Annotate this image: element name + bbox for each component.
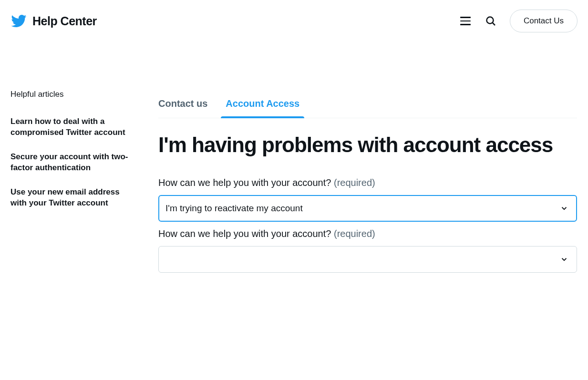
search-icon[interactable] xyxy=(485,15,496,27)
form-label-1: How can we help you with your account? (… xyxy=(158,177,577,188)
svg-line-1 xyxy=(493,23,495,25)
select-wrap-1 xyxy=(158,195,577,222)
site-title[interactable]: Help Center xyxy=(32,14,97,28)
tab-contact-us[interactable]: Contact us xyxy=(158,90,207,118)
header-right: Contact Us xyxy=(460,10,578,32)
tabs: Contact us Account Access xyxy=(158,90,577,118)
required-text: (required) xyxy=(334,177,375,188)
page-heading: I'm having problems with account access xyxy=(158,134,577,156)
sidebar: Helpful articles Learn how to deal with … xyxy=(10,90,136,279)
content: Helpful articles Learn how to deal with … xyxy=(0,42,588,279)
form-label-text: How can we help you with your account? xyxy=(158,177,331,188)
sidebar-link[interactable]: Learn how to deal with a compromised Twi… xyxy=(10,116,136,138)
contact-us-button[interactable]: Contact Us xyxy=(510,10,578,32)
help-select-1[interactable] xyxy=(158,195,577,222)
form-label-2: How can we help you with your account? (… xyxy=(158,228,577,239)
sidebar-link[interactable]: Secure your account with two-factor auth… xyxy=(10,152,136,174)
help-select-2[interactable] xyxy=(158,246,577,273)
svg-point-0 xyxy=(486,17,493,24)
form-label-text: How can we help you with your account? xyxy=(158,228,331,239)
tab-account-access[interactable]: Account Access xyxy=(226,90,299,118)
sidebar-link[interactable]: Use your new email address with your Twi… xyxy=(10,187,136,209)
header-left: Help Center xyxy=(10,13,97,29)
header: Help Center Contact Us xyxy=(0,0,588,42)
main: Contact us Account Access I'm having pro… xyxy=(158,90,588,279)
required-text: (required) xyxy=(334,228,375,239)
twitter-logo-icon[interactable] xyxy=(10,13,27,29)
menu-icon[interactable] xyxy=(460,15,472,27)
sidebar-title: Helpful articles xyxy=(10,90,136,99)
select-wrap-2 xyxy=(158,246,577,273)
